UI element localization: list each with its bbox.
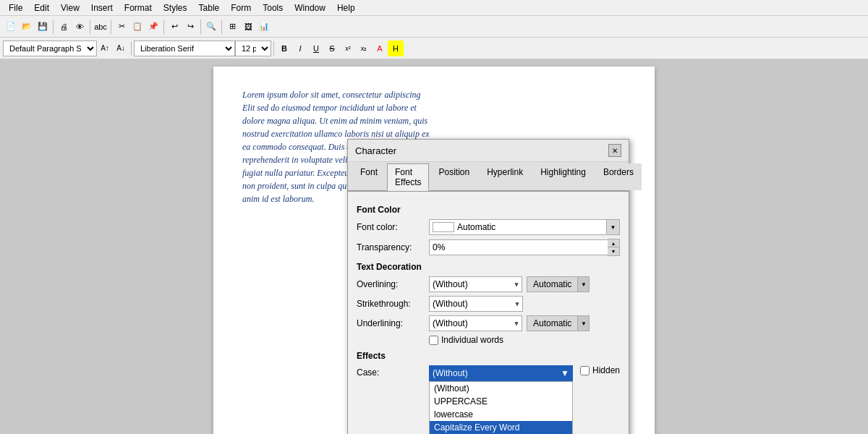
- overlining-select[interactable]: (Without): [429, 276, 522, 292]
- style-new-btn[interactable]: A↑: [97, 41, 113, 56]
- dialog-overlay: Character ✕ Font Font Effects Position H…: [0, 59, 868, 434]
- individual-words-checkbox[interactable]: [429, 336, 438, 345]
- font-color-btn[interactable]: A: [372, 41, 388, 56]
- dialog-body: Font Color Font color: Automatic ▼ Trans…: [348, 192, 629, 434]
- character-dialog: Character ✕ Font Font Effects Position H…: [347, 139, 629, 434]
- dialog-close-button[interactable]: ✕: [608, 144, 621, 157]
- case-option-uppercase[interactable]: UPPERCASE: [430, 395, 572, 408]
- case-label: Case:: [357, 365, 429, 378]
- transparency-label: Transparency:: [357, 242, 429, 252]
- font-size-select[interactable]: 12 pt: [235, 41, 271, 56]
- dialog-tabs: Font Font Effects Position Hyperlink Hig…: [348, 162, 629, 192]
- font-name-select[interactable]: Liberation Serif: [134, 41, 235, 56]
- case-selected[interactable]: (Without) ▼: [429, 365, 573, 381]
- print-btn[interactable]: 🖨: [56, 19, 72, 35]
- menu-help[interactable]: Help: [331, 1, 361, 14]
- bold-btn[interactable]: B: [276, 41, 292, 56]
- preview-btn[interactable]: 👁: [72, 19, 88, 35]
- strikethrough-select[interactable]: (Without): [429, 296, 523, 312]
- underline-btn[interactable]: U: [308, 41, 324, 56]
- sep3: [111, 20, 111, 34]
- case-option-lowercase[interactable]: lowercase: [430, 408, 572, 421]
- case-dropdown-arrow-icon: ▼: [561, 368, 569, 378]
- menu-styles[interactable]: Styles: [158, 1, 193, 14]
- subscript-btn[interactable]: x₂: [356, 41, 372, 56]
- transparency-spinner: ▲ ▼: [429, 239, 620, 256]
- spell-btn[interactable]: abc: [93, 19, 109, 35]
- tab-font[interactable]: Font: [352, 163, 386, 190]
- underlining-auto-arrow[interactable]: ▼: [578, 315, 590, 331]
- superscript-btn[interactable]: x²: [340, 41, 356, 56]
- strikethrough-select-wrapper: (Without) ▼: [429, 296, 523, 312]
- font-color-value: Automatic: [457, 222, 495, 232]
- tab-font-effects[interactable]: Font Effects: [387, 163, 429, 191]
- color-box: [433, 222, 454, 232]
- overlining-auto-arrow[interactable]: ▼: [578, 276, 590, 292]
- tab-hyperlink[interactable]: Hyperlink: [479, 163, 531, 190]
- tab-borders[interactable]: Borders: [595, 163, 642, 190]
- fmt-toolbar: Default Paragraph Style A↑ A↓ Liberation…: [0, 38, 868, 59]
- font-color-select-row: Automatic ▼: [429, 219, 620, 235]
- hidden-checkbox[interactable]: [580, 366, 590, 375]
- insert-chart-btn[interactable]: 📊: [256, 19, 272, 35]
- strikethrough-btn[interactable]: S: [324, 41, 340, 56]
- transparency-row: Transparency: ▲ ▼: [357, 239, 620, 256]
- menu-format[interactable]: Format: [119, 1, 158, 14]
- save-btn[interactable]: 💾: [35, 19, 51, 35]
- menu-file[interactable]: File: [3, 1, 28, 14]
- sep5: [200, 20, 201, 34]
- undo-btn[interactable]: ↩: [166, 19, 182, 35]
- menu-tools[interactable]: Tools: [257, 1, 289, 14]
- copy-btn[interactable]: 📋: [129, 19, 145, 35]
- overlining-auto-group: Automatic ▼: [527, 276, 620, 292]
- italic-btn[interactable]: I: [292, 41, 308, 56]
- font-color-dropdown-arrow[interactable]: ▼: [607, 219, 620, 235]
- sep2: [90, 20, 90, 34]
- cut-btn[interactable]: ✂: [114, 19, 129, 35]
- new-btn[interactable]: 📄: [3, 19, 19, 35]
- paragraph-style-select[interactable]: Default Paragraph Style: [3, 41, 97, 56]
- overlining-select-wrapper: (Without) ▼: [429, 276, 522, 292]
- case-dropdown-list: (Without) UPPERCASE lowercase Capitalize…: [429, 381, 573, 434]
- menu-table[interactable]: Table: [193, 1, 226, 14]
- main-toolbar: 📄 📂 💾 🖨 👁 abc ✂ 📋 📌 ↩ ↪ 🔍 ⊞ 🖼 📊: [0, 16, 868, 38]
- redo-btn[interactable]: ↪: [182, 19, 198, 35]
- sep1: [53, 20, 54, 34]
- paste-btn[interactable]: 📌: [145, 19, 161, 35]
- effects-section-label: Effects: [357, 351, 620, 361]
- case-option-capitalize[interactable]: Capitalize Every Word: [430, 421, 572, 434]
- menu-form[interactable]: Form: [225, 1, 257, 14]
- dialog-title: Character: [355, 145, 396, 156]
- find-btn[interactable]: 🔍: [203, 19, 219, 35]
- underlining-auto-group: Automatic ▼: [527, 315, 620, 331]
- tab-position[interactable]: Position: [430, 163, 477, 190]
- highlight-btn[interactable]: H: [388, 41, 404, 56]
- overlining-auto-btn[interactable]: Automatic: [527, 276, 578, 292]
- effects-checkboxes: Hidden: [580, 365, 620, 375]
- individual-words-label: Individual words: [441, 335, 503, 345]
- transparency-spin-btns: ▲ ▼: [608, 239, 620, 256]
- sep7: [131, 41, 132, 56]
- insert-table-btn[interactable]: ⊞: [224, 19, 240, 35]
- sep4: [163, 20, 164, 34]
- menu-view[interactable]: View: [55, 1, 85, 14]
- menu-window[interactable]: Window: [289, 1, 331, 14]
- case-option-without[interactable]: (Without): [430, 382, 572, 395]
- underlining-label: Underlining:: [357, 318, 429, 328]
- menu-insert[interactable]: Insert: [85, 1, 119, 14]
- open-btn[interactable]: 📂: [19, 19, 35, 35]
- tab-highlighting[interactable]: Highlighting: [532, 163, 594, 190]
- font-color-dropdown[interactable]: Automatic: [429, 219, 607, 235]
- menu-edit[interactable]: Edit: [28, 1, 55, 14]
- overlining-row: Overlining: (Without) ▼ Automatic ▼: [357, 276, 620, 292]
- style-update-btn[interactable]: A↓: [113, 41, 129, 56]
- underlining-auto-btn[interactable]: Automatic: [527, 315, 578, 331]
- transparency-spin-up[interactable]: ▲: [608, 239, 619, 247]
- transparency-spin-down[interactable]: ▼: [608, 247, 619, 255]
- underlining-select[interactable]: (Without): [429, 315, 522, 331]
- overlining-label: Overlining:: [357, 279, 429, 289]
- transparency-input[interactable]: [429, 239, 608, 255]
- insert-img-btn[interactable]: 🖼: [240, 19, 256, 35]
- text-decoration-section-label: Text Decoration: [357, 262, 620, 272]
- individual-words-row: Individual words: [357, 335, 620, 345]
